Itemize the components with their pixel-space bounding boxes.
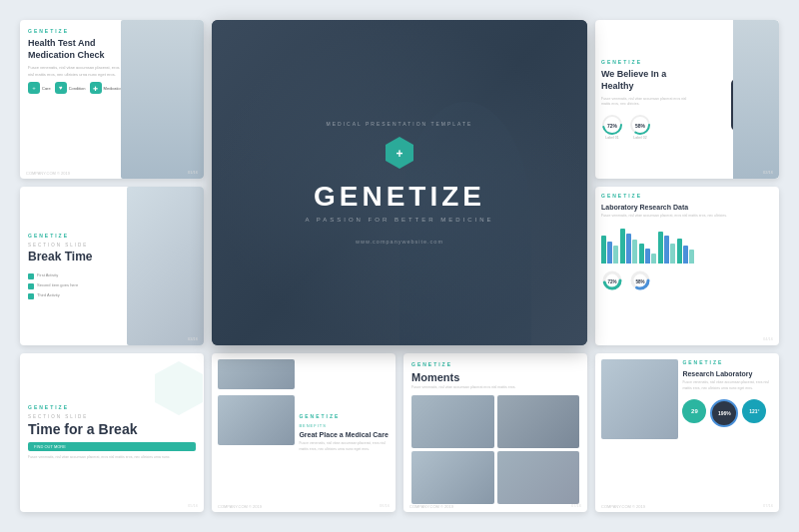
slide-1-num: 01/16	[188, 170, 198, 175]
slide-3-content: SECTION SLIDE Break Time	[28, 243, 125, 264]
bar-4c	[670, 244, 675, 264]
stat-3-value: 121°	[749, 408, 759, 414]
slide-7-footer: COMPANY.COM © 2019	[409, 504, 453, 509]
svg-text:72%: 72%	[607, 123, 618, 129]
slide-8-num: 07/16	[763, 503, 773, 508]
slide-5[interactable]: GENETIZE SECTION SLIDE Time for a Break …	[20, 353, 204, 512]
progress-1-label: Label 01	[605, 136, 618, 140]
slide-8-logo: GENETIZE	[682, 359, 773, 365]
slide-3-list: First Activity Second item goes here Thi…	[28, 272, 125, 299]
slide-7-body: Fusce venenatis, nisl vitae accumsan pla…	[411, 385, 579, 391]
list-label-2: Second item goes here	[37, 282, 78, 287]
slide-1-title: Health Test And Medication Check	[28, 38, 120, 61]
slide-8-footer: COMPANY.COM © 2019	[601, 504, 645, 509]
progress-1: 72% Label 01	[601, 114, 623, 140]
slide-4-logo: GENETIZE	[601, 193, 773, 199]
progress-circle-1: 72%	[601, 114, 623, 136]
slide-3-title: Break Time	[28, 250, 125, 264]
bar-5b	[683, 246, 688, 264]
slide-3[interactable]: GENETIZE SECTION SLIDE Break Time First …	[20, 187, 204, 345]
moments-grid	[411, 395, 579, 504]
center-content: Medical Presentation Template + GENETIZE…	[305, 121, 493, 245]
bar-3a	[639, 244, 644, 264]
pill-medication: ✚ Medication	[90, 82, 123, 94]
slide-7-title: Moments	[411, 371, 579, 383]
slide-2-person-image	[733, 20, 779, 179]
slide-7[interactable]: GENETIZE Moments Fusce venenatis, nisl v…	[403, 353, 587, 512]
bar-1c	[613, 246, 618, 264]
slide-7-logo: GENETIZE	[411, 361, 452, 367]
list-item-3: Third Activity	[28, 292, 125, 299]
slide-4[interactable]: GENETIZE Laboratory Research Data Fusce …	[595, 187, 779, 345]
moment-image-3	[411, 451, 494, 504]
slide-5-title: Time for a Break	[28, 421, 196, 438]
center-pre-label: Medical Presentation Template	[327, 121, 473, 127]
slide-4-num: 04/16	[763, 336, 773, 341]
slide-6-num: 06/16	[380, 503, 390, 508]
progress-2-label: Label 02	[633, 136, 646, 140]
slide-1-pills: + Care ♥ Condition ✚ Medication	[28, 82, 120, 94]
bar-3c	[651, 254, 656, 264]
bar-2a	[620, 229, 625, 264]
slide-6-logo: GENETIZE	[299, 413, 390, 419]
slide-6-title: Great Place a Medical Care	[299, 430, 390, 439]
svg-text:+: +	[396, 147, 402, 161]
lab-image	[601, 359, 678, 439]
bar-3b	[645, 249, 650, 264]
bar-group-2	[620, 229, 637, 264]
center-hex-icon: +	[382, 135, 417, 171]
slide-5-hex-deco	[149, 358, 204, 422]
stat-3: 121°	[742, 399, 766, 423]
svg-text:58%: 58%	[635, 279, 644, 284]
bar-2c	[632, 240, 637, 264]
slide-3-num: 03/16	[188, 336, 198, 341]
slide-6[interactable]: GENETIZE BENEFITS Great Place a Medical …	[212, 353, 396, 512]
slide-1-image	[121, 20, 204, 179]
bar-5a	[677, 239, 682, 264]
slide-1-body: Fusce venenatis, nisl vitae accumsan pla…	[28, 65, 120, 78]
stat-2-value: 196%	[718, 410, 731, 416]
slide-5-num: 05/16	[188, 503, 198, 508]
medication-icon: ✚	[90, 82, 102, 94]
bar-group-5	[677, 239, 694, 264]
slide-2-body: Fusce venenatis, nisl vitae accumsan pla…	[601, 97, 696, 108]
stats-row: 29 196% 121°	[682, 399, 773, 427]
bar-4a	[658, 232, 663, 264]
list-dot-3	[28, 293, 34, 299]
progress-circle-2: 58%	[629, 114, 651, 136]
slide-1-footer: COMPANY.COM © 2019	[26, 171, 70, 176]
list-item-2: Second item goes here	[28, 282, 125, 289]
pill-condition-label: Condition	[69, 86, 86, 91]
slide-7-header: GENETIZE	[411, 361, 579, 371]
list-label-1: First Activity	[37, 272, 58, 277]
bar-group-1	[601, 236, 618, 264]
slide-6-image-1	[218, 359, 295, 389]
slide-6-footer: COMPANY.COM © 2019	[218, 504, 262, 509]
slide-2[interactable]: GENETIZE We Believe In a Healthy Fusce v…	[595, 20, 779, 179]
list-item-1: First Activity	[28, 272, 125, 279]
donut-2: 58%	[629, 269, 651, 291]
donut-row: 72% 58%	[601, 269, 773, 291]
care-icon: +	[28, 82, 40, 94]
stat-2: 196%	[710, 399, 738, 427]
bar-group-3	[639, 244, 656, 264]
slide-8-title: Research Laboratory	[682, 369, 773, 378]
center-subtitle: A PASSION FOR BETTER MEDICINE	[305, 217, 493, 223]
slide-1[interactable]: GENETIZE Health Test And Medication Chec…	[20, 20, 204, 179]
slide-7-num: 07/16	[571, 503, 581, 508]
stat-1: 29	[682, 399, 706, 423]
slide-6-body: Fusce venenatis, nisl vitae accumsan pla…	[299, 441, 390, 452]
progress-circles: 72% Label 01 58% Label 02	[601, 114, 696, 140]
bar-group-4	[658, 232, 675, 264]
moment-image-1	[411, 395, 494, 448]
svg-marker-14	[155, 361, 203, 415]
slide-center[interactable]: Medical Presentation Template + GENETIZE…	[212, 20, 587, 345]
slide-3-image	[127, 187, 204, 345]
bar-1b	[607, 242, 612, 264]
svg-text:58%: 58%	[635, 123, 646, 129]
slide-5-btn[interactable]: FIND OUT MORE	[28, 442, 196, 451]
slide-6-image-2	[218, 395, 295, 445]
center-url: www.companywebsite.com	[356, 239, 443, 245]
slide-8[interactable]: GENETIZE Research Laboratory Fusce venen…	[595, 353, 779, 512]
pill-care: + Care	[28, 82, 51, 94]
